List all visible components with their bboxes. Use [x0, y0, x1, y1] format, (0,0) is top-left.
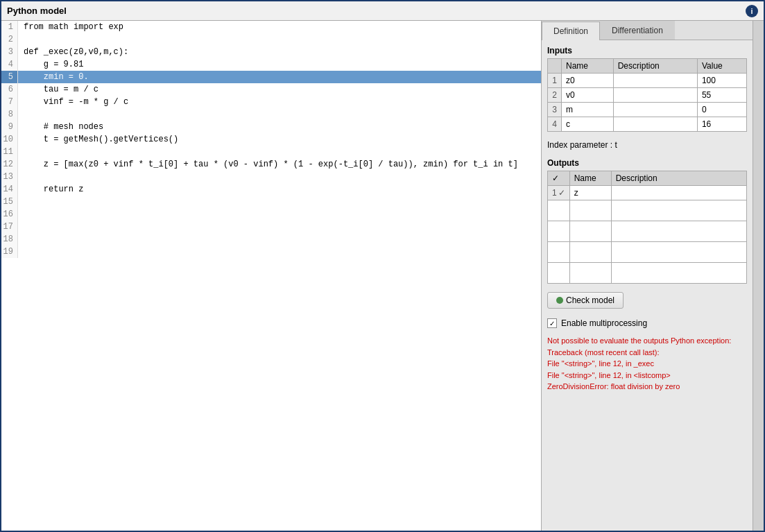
- table-row: 4 c 16: [548, 117, 747, 132]
- table-row-empty: [548, 200, 747, 221]
- input-value[interactable]: 55: [697, 88, 746, 103]
- line-content-16: [18, 208, 24, 221]
- row-num: 2: [548, 88, 562, 103]
- line-number-9: 9: [1, 121, 18, 133]
- error-line: Not possible to evaluate the outputs Pyt…: [547, 335, 747, 347]
- code-line-5: 5 zmin = 0.: [1, 71, 541, 83]
- code-line-3: 3def _exec(z0,v0,m,c):: [1, 46, 541, 58]
- line-content-8: [18, 108, 24, 121]
- multiprocessing-label: Enable multiprocessing: [561, 318, 647, 328]
- line-number-3: 3: [1, 46, 18, 58]
- input-name: m: [562, 103, 614, 117]
- right-panel-wrapper: Definition Differentiation Inputs Name: [542, 21, 764, 531]
- input-name: z0: [562, 74, 614, 88]
- code-line-4: 4 g = 9.81: [1, 58, 541, 71]
- inputs-label: Inputs: [547, 46, 747, 55]
- line-content-17: [18, 221, 24, 233]
- code-line-17: 17: [1, 221, 541, 233]
- multiprocessing-row: ✓ Enable multiprocessing: [547, 317, 747, 329]
- check-btn-row: Check model: [547, 289, 747, 311]
- error-line: ZeroDivisionError: float division by zer…: [547, 381, 747, 393]
- outputs-table: ✓ Name Description 1 ✓ z: [547, 171, 747, 284]
- input-description: [613, 103, 697, 117]
- code-line-14: 14 return z: [1, 183, 541, 196]
- output-checkbox[interactable]: ✓: [558, 188, 565, 198]
- line-content-18: [18, 233, 24, 246]
- line-content-3: def _exec(z0,v0,m,c):: [18, 46, 128, 58]
- content-area: 1from math import exp23def _exec(z0,v0,m…: [1, 21, 764, 531]
- code-line-19: 19: [1, 246, 541, 258]
- tab-definition[interactable]: Definition: [542, 22, 600, 40]
- error-line: File "<string>", line 12, in <listcomp>: [547, 370, 747, 381]
- th-rownum: [548, 59, 562, 74]
- line-number-16: 16: [1, 208, 18, 221]
- table-row: 1 ✓ z: [548, 186, 747, 200]
- right-content: Inputs Name Description Value: [542, 40, 753, 531]
- window-title: Python model: [7, 6, 67, 16]
- th-out-description: Description: [611, 171, 746, 186]
- line-number-19: 19: [1, 246, 18, 258]
- code-line-13: 13: [1, 171, 541, 183]
- check-model-button[interactable]: Check model: [547, 292, 624, 309]
- main-window: Python model i 1from math import exp23de…: [0, 0, 765, 532]
- input-value[interactable]: 0: [697, 103, 746, 117]
- line-number-12: 12: [1, 158, 18, 171]
- code-line-12: 12 z = [max(z0 + vinf * t_i[0] + tau * (…: [1, 158, 541, 171]
- row-num: 3: [548, 103, 562, 117]
- line-content-9: # mesh nodes: [18, 121, 103, 133]
- input-description: [613, 74, 697, 88]
- row-num: 4: [548, 117, 562, 132]
- line-content-4: g = 9.81: [18, 58, 83, 71]
- line-number-17: 17: [1, 221, 18, 233]
- tab-differentiation[interactable]: Differentiation: [600, 21, 675, 40]
- code-editor[interactable]: 1from math import exp23def _exec(z0,v0,m…: [1, 21, 542, 531]
- line-content-12: z = [max(z0 + vinf * t_i[0] + tau * (v0 …: [18, 158, 518, 171]
- line-content-5: zmin = 0.: [18, 71, 89, 83]
- title-bar: Python model i: [1, 1, 764, 21]
- multiprocessing-checkbox[interactable]: ✓: [547, 318, 557, 328]
- line-number-7: 7: [1, 96, 18, 108]
- outputs-label: Outputs: [547, 158, 747, 168]
- code-line-11: 11: [1, 146, 541, 158]
- code-line-10: 10 t = getMesh().getVertices(): [1, 133, 541, 146]
- line-number-5: 5: [1, 71, 18, 83]
- th-name: Name: [562, 59, 614, 74]
- code-line-9: 9 # mesh nodes: [1, 121, 541, 133]
- line-number-6: 6: [1, 83, 18, 96]
- info-icon[interactable]: i: [746, 5, 758, 17]
- outputs-section: Outputs ✓ Name Description: [547, 158, 747, 284]
- line-content-11: [18, 146, 24, 158]
- input-value[interactable]: 100: [697, 74, 746, 88]
- input-description: [613, 88, 697, 103]
- line-number-14: 14: [1, 183, 18, 196]
- th-out-name: Name: [569, 171, 611, 186]
- output-name: z: [569, 186, 611, 200]
- input-name: c: [562, 117, 614, 132]
- code-line-15: 15: [1, 196, 541, 208]
- code-line-16: 16: [1, 208, 541, 221]
- scrollbar[interactable]: [753, 21, 764, 531]
- line-content-2: [18, 33, 24, 46]
- code-line-2: 2: [1, 33, 541, 46]
- th-check: ✓: [548, 171, 570, 186]
- table-row: 2 v0 55: [548, 88, 747, 103]
- inputs-table: Name Description Value 1 z0 100 2 v0 55 …: [547, 58, 747, 132]
- error-line: File "<string>", line 12, in _exec: [547, 358, 747, 370]
- th-value: Value: [697, 59, 746, 74]
- line-content-19: [18, 246, 24, 258]
- tabs-bar: Definition Differentiation: [542, 21, 753, 40]
- input-description: [613, 117, 697, 132]
- code-lines: 1from math import exp23def _exec(z0,v0,m…: [1, 21, 541, 531]
- line-number-18: 18: [1, 233, 18, 246]
- output-description: [611, 186, 746, 200]
- line-number-11: 11: [1, 146, 18, 158]
- error-message: Not possible to evaluate the outputs Pyt…: [547, 335, 747, 393]
- row-num: 1 ✓: [548, 186, 570, 200]
- table-row: 3 m 0: [548, 103, 747, 117]
- line-number-1: 1: [1, 21, 18, 33]
- row-num: 1: [548, 74, 562, 88]
- line-content-15: [18, 196, 24, 208]
- code-line-6: 6 tau = m / c: [1, 83, 541, 96]
- table-row: 1 z0 100: [548, 74, 747, 88]
- input-value[interactable]: 16: [697, 117, 746, 132]
